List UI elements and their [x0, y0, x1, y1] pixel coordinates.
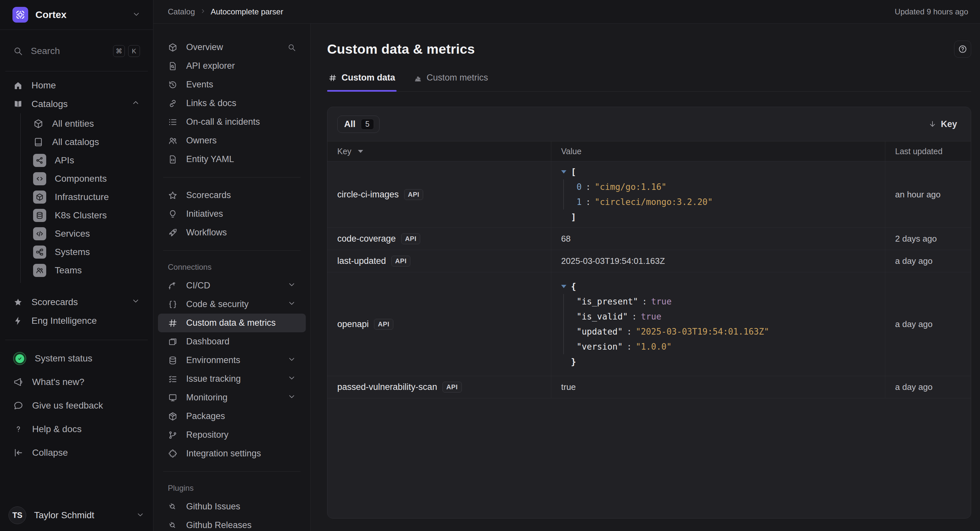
breadcrumb-catalog[interactable]: Catalog	[168, 7, 195, 16]
app-root: Cortex Search ⌘ K Home Catalogs	[0, 0, 980, 531]
puzzle-icon	[168, 449, 178, 459]
entity-nav-workflows[interactable]: Workflows	[158, 223, 306, 242]
source-badge: API	[391, 256, 411, 266]
hash-icon	[328, 74, 337, 82]
sidebar-item-help-docs[interactable]: Help & docs	[5, 417, 148, 441]
source-badge: API	[401, 233, 420, 244]
chevron-down-icon	[288, 355, 296, 366]
sidebar-item-whats-new[interactable]: What's new?	[5, 370, 148, 394]
entity-nav-code-security[interactable]: Code & security	[158, 295, 306, 314]
rocket-icon	[168, 228, 178, 238]
column-header-key[interactable]: Key	[328, 141, 551, 161]
sidebar-item-catalogs[interactable]: Catalogs	[5, 95, 148, 113]
table-row[interactable]: passed-vulnerability-scan API true a day…	[328, 376, 971, 398]
entity-sidebar: Overview API explorer Events Links & doc…	[153, 24, 311, 531]
file-search-icon	[168, 61, 178, 71]
entity-nav-links-docs[interactable]: Links & docs	[158, 94, 306, 113]
entity-nav-issue-tracking[interactable]: Issue tracking	[158, 369, 306, 388]
entity-nav-cicd[interactable]: CI/CD	[158, 276, 306, 295]
table-row[interactable]: last-updated API 2025-03-03T19:54:01.163…	[328, 250, 971, 273]
entity-nav-entity-yaml[interactable]: Entity YAML	[158, 150, 306, 169]
sidebar-item-k8s-clusters[interactable]: K8s Clusters	[21, 206, 148, 225]
monitor-icon	[168, 393, 178, 403]
book-icon	[13, 99, 23, 109]
megaphone-icon	[13, 377, 24, 387]
sort-triangle-icon	[358, 150, 363, 153]
entity-nav-environments[interactable]: Environments	[158, 351, 306, 369]
help-button[interactable]	[954, 41, 971, 58]
json-value-tree: { "is_present" : true "is_valid" : true	[551, 273, 885, 376]
entity-nav-scorecards[interactable]: Scorecards	[158, 186, 306, 204]
entity-nav-packages[interactable]: Packages	[158, 407, 306, 426]
sidebar-item-scorecards[interactable]: Scorecards	[5, 293, 148, 311]
cube-icon	[33, 119, 44, 129]
entity-nav-api-explorer[interactable]: API explorer	[158, 57, 306, 75]
sidebar-item-all-entities[interactable]: All entities	[21, 114, 148, 133]
sidebar-item-feedback[interactable]: Give us feedback	[5, 394, 148, 417]
chevron-down-icon	[131, 296, 140, 308]
chevron-down-icon	[136, 510, 145, 520]
plug-icon	[168, 502, 178, 512]
tab-custom-data[interactable]: Custom data	[327, 70, 396, 91]
search-icon[interactable]	[288, 43, 296, 52]
row-last-updated: a day ago	[885, 273, 971, 376]
sidebar-item-components[interactable]: Components	[21, 170, 148, 188]
cube-icon	[168, 43, 178, 52]
sort-by-key-button[interactable]: Key	[928, 119, 961, 129]
row-key: last-updated	[337, 256, 386, 266]
braces-icon	[168, 300, 178, 309]
filter-all-pill[interactable]: All 5	[337, 116, 380, 133]
entity-nav-github-issues[interactable]: Github Issues	[158, 497, 306, 516]
collapse-caret-icon[interactable]	[561, 285, 566, 288]
user-menu[interactable]: TS Taylor Schmidt	[0, 499, 153, 531]
column-header-value: Value	[551, 141, 885, 161]
lightbulb-icon	[168, 209, 178, 219]
sidebar-item-home[interactable]: Home	[5, 76, 148, 95]
cmd-keycap: ⌘	[113, 45, 125, 57]
entity-nav-owners[interactable]: Owners	[158, 131, 306, 150]
sidebar-collapse-button[interactable]: Collapse	[5, 441, 148, 464]
sidebar-item-all-catalogs[interactable]: All catalogs	[21, 133, 148, 151]
entity-nav-integration-settings[interactable]: Integration settings	[158, 444, 306, 463]
sidebar-item-infrastructure[interactable]: Infrastructure	[21, 188, 148, 206]
entity-nav-repository[interactable]: Repository	[158, 426, 306, 444]
table-row[interactable]: circle-ci-images API [ 0 : "cimg/go:1.16…	[328, 162, 971, 228]
table-row[interactable]: code-coverage API 68 2 days ago	[328, 228, 971, 250]
breadcrumb-current: Autocomplete parser	[211, 7, 283, 16]
checklist-icon	[168, 374, 178, 384]
search-icon	[13, 46, 23, 56]
entity-nav-events[interactable]: Events	[158, 75, 306, 94]
row-last-updated: an hour ago	[885, 162, 971, 228]
entity-nav-custom-data-metrics[interactable]: Custom data & metrics	[158, 314, 306, 332]
chevron-down-icon	[132, 10, 141, 20]
tab-custom-metrics[interactable]: Custom metrics	[412, 70, 490, 91]
entity-nav-initiatives[interactable]: Initiatives	[158, 204, 306, 223]
sidebar-item-system-status[interactable]: System status	[5, 347, 148, 370]
table-header: Key Value Last updated	[328, 141, 971, 162]
sidebar-item-teams[interactable]: Teams	[21, 261, 148, 280]
utility-navigation: System status What's new? Give us feedba…	[0, 345, 153, 466]
code-slash-icon	[33, 227, 46, 240]
collapse-caret-icon[interactable]	[561, 170, 566, 173]
entity-nav-github-releases[interactable]: Github Releases	[158, 516, 306, 531]
workspace-switcher[interactable]: Cortex	[0, 0, 153, 30]
avatar: TS	[8, 506, 26, 524]
entity-nav-dashboard[interactable]: Dashboard	[158, 332, 306, 351]
last-updated-status: Updated 9 hours ago	[895, 7, 968, 16]
entity-nav-oncall-incidents[interactable]: On-call & incidents	[158, 113, 306, 131]
custom-data-panel: All 5 Key Key Value Last updated	[327, 107, 971, 518]
row-key: circle-ci-images	[337, 190, 399, 200]
k-keycap: K	[128, 45, 140, 57]
sidebar-item-apis[interactable]: APIs	[21, 151, 148, 170]
search-input[interactable]: Search ⌘ K	[6, 41, 146, 61]
journal-icon	[33, 137, 44, 147]
divider	[163, 250, 301, 251]
sidebar-item-systems[interactable]: Systems	[21, 243, 148, 261]
entity-nav-monitoring[interactable]: Monitoring	[158, 388, 306, 407]
sidebar-item-services[interactable]: Services	[21, 225, 148, 243]
cube-icon	[33, 190, 46, 204]
cortex-logo-icon	[13, 7, 28, 22]
entity-nav-overview[interactable]: Overview	[158, 38, 306, 57]
table-row[interactable]: openapi API { "is_present" : true	[328, 273, 971, 376]
sidebar-item-eng-intelligence[interactable]: Eng Intelligence	[5, 311, 148, 330]
